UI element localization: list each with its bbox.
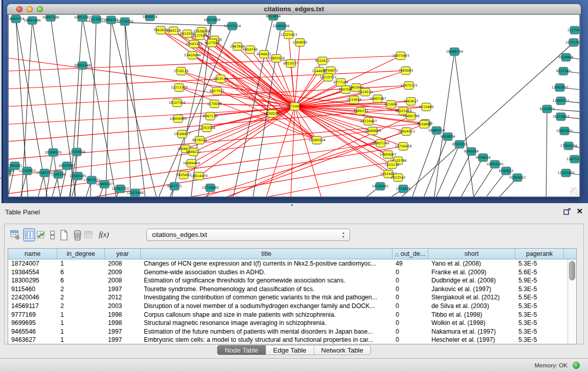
graph-node-label: 12103405 — [557, 171, 574, 175]
table-row[interactable]: 911546021997Tourette syndrome. Phenomeno… — [8, 285, 568, 294]
graph-node-label: 9127508 — [205, 41, 220, 45]
graph-node-label: 1145194 — [51, 172, 66, 177]
row-height-button[interactable] — [47, 228, 59, 242]
graph-node-label: 9146821 — [257, 52, 272, 56]
table-row[interactable]: 977716911998Corpus callosum shape and si… — [8, 311, 568, 319]
sort-ascending-icon: △ — [395, 251, 399, 257]
graph-edge — [389, 42, 574, 197]
table-cell: Estimation of the future numbers of pati… — [141, 327, 393, 336]
scrollbar-thumb[interactable] — [569, 261, 575, 280]
graph-node-label: 18107552 — [168, 101, 185, 105]
graph-node-label: 10719155 — [116, 19, 133, 24]
graph-node-label: 10688609 — [364, 129, 381, 133]
graph-node-label: 1364095 — [293, 40, 308, 45]
column-header-name[interactable]: name — [8, 249, 57, 259]
table-row[interactable]: 2242004622012Investigating the contribut… — [8, 293, 568, 302]
graph-node-label: 12975115 — [400, 83, 417, 87]
table-row[interactable]: 1456911722003Disruption of a novel membe… — [8, 302, 568, 311]
graph-node-label: 16409154 — [428, 128, 445, 133]
graph-node-label: 1624534 — [358, 90, 373, 94]
graph-node-label: 7986372 — [354, 109, 368, 113]
table-cell: 5.3E-5 — [515, 327, 564, 336]
table-select-dropdown[interactable]: citations_edges.txt ▲▼ — [146, 229, 350, 241]
graph-node-label: 9115460 — [419, 105, 434, 109]
close-panel-button[interactable]: ✕ — [576, 207, 583, 216]
graph-node-label: 15720407 — [360, 119, 377, 123]
import-table-button[interactable] — [82, 228, 95, 242]
graph-node-label: 3912374 — [9, 169, 14, 173]
select-columns-button[interactable] — [35, 228, 48, 242]
column-header-pagerank[interactable]: pagerank — [515, 249, 564, 259]
graph-node-label: 2522542 — [391, 176, 406, 180]
table-row[interactable]: 1830029562008Estimation of significance … — [8, 276, 568, 285]
graph-node-label: 16210722 — [319, 75, 336, 79]
table-cell: 1 — [57, 336, 105, 344]
graph-node-label: 10807487 — [369, 97, 386, 101]
column-header-in_degree[interactable]: in_degree — [57, 249, 105, 259]
table-cell: Dudbridge et al. (2008) — [428, 276, 515, 285]
table-cell: 1 — [57, 259, 105, 268]
table-cell: 2012 — [105, 293, 141, 302]
table-cell: 49 — [393, 259, 428, 268]
graph-edge — [82, 17, 118, 197]
show-columns-button[interactable] — [23, 228, 35, 242]
column-header-out_de[interactable]: △out_de... — [393, 249, 428, 259]
trash-icon — [73, 230, 82, 240]
column-header-year[interactable]: year — [105, 249, 141, 259]
vertical-scrollbar[interactable] — [568, 259, 576, 344]
new-table-button[interactable] — [58, 228, 70, 242]
graph-node-label: 17359924 — [68, 150, 85, 154]
graph-node-label: 10954022 — [509, 176, 526, 180]
table-cell: 2008 — [105, 276, 141, 285]
table-cell: Jankovic et al. (1997) — [428, 285, 515, 294]
graph-node-label: 2133644 — [347, 98, 362, 102]
table-cell: 18300295 — [8, 276, 57, 285]
table-tabbar: Node TableEdge TableNetwork Table — [0, 345, 588, 356]
tab-node-table[interactable]: Node Table — [217, 345, 266, 355]
graph-edge — [105, 20, 111, 197]
table-mode-button[interactable] — [9, 228, 21, 242]
graph-node-label: 19384554 — [308, 138, 325, 142]
resize-grip-icon[interactable] — [570, 187, 578, 195]
function-builder-button[interactable]: f(x) — [98, 228, 110, 242]
graph-node-label: 12213389 — [170, 85, 187, 90]
panel-collapse-icon[interactable]: ◂ — [0, 175, 4, 181]
network-window: citations_edges.txt 18724007183002951938… — [7, 4, 581, 198]
graph-node-label: 9794072 — [323, 69, 338, 73]
table-row[interactable]: 946554611997Estimation of the future num… — [8, 327, 568, 336]
float-window-icon — [563, 208, 571, 215]
graph-node-label: 9463627 — [404, 99, 419, 103]
graph-edge — [431, 144, 460, 197]
graph-node-label: 23420046 — [184, 53, 201, 57]
table-select-value: citations_edges.txt — [152, 231, 207, 238]
graph-node-label: 9155812 — [315, 59, 330, 63]
delete-table-button[interactable] — [71, 228, 83, 242]
network-view[interactable]: 1872400718300295193845547663822886012889… — [8, 14, 580, 197]
table-row[interactable]: 1938455462009Genome-wide association stu… — [8, 268, 568, 277]
graph-node-label: 16914479 — [190, 174, 207, 178]
table-cell: 5.5E-5 — [515, 293, 564, 302]
table-cell: Hescheler et al. (1997) — [428, 336, 515, 344]
float-panel-button[interactable] — [563, 208, 571, 215]
column-header-short[interactable]: short — [428, 249, 515, 259]
table-row[interactable]: 969969511998Structural magnetic resonanc… — [8, 319, 568, 327]
graph-node-label: 9345054 — [464, 149, 479, 154]
graph-node-label: 16543382 — [185, 42, 202, 46]
table-row[interactable]: 1872400712008Changes of HCN gene express… — [8, 259, 568, 268]
graph-node-label: 18724007 — [286, 104, 303, 108]
network-window-titlebar[interactable]: citations_edges.txt — [7, 4, 581, 14]
tab-network-table[interactable]: Network Table — [314, 345, 371, 355]
table-cell: 9115460 — [8, 285, 57, 294]
table-cell: Yano et al. (2008) — [428, 259, 515, 268]
graph-node-label: 16648784 — [446, 50, 463, 54]
table-cell: 0 — [393, 268, 428, 277]
column-header-title[interactable]: title — [141, 249, 393, 259]
table-cell: 5.3E-5 — [515, 285, 564, 294]
table-row[interactable]: 946362711997Embryonic stem cells: a mode… — [8, 336, 568, 344]
table-panel-header: Table Panel ✕ — [0, 204, 588, 218]
tab-edge-table[interactable]: Edge Table — [266, 345, 314, 355]
select-columns-icon — [37, 230, 47, 240]
graph-node-label: 17016534 — [560, 144, 577, 148]
table-cell: 2 — [57, 285, 105, 294]
graph-node-label: 1117343 — [568, 28, 580, 32]
